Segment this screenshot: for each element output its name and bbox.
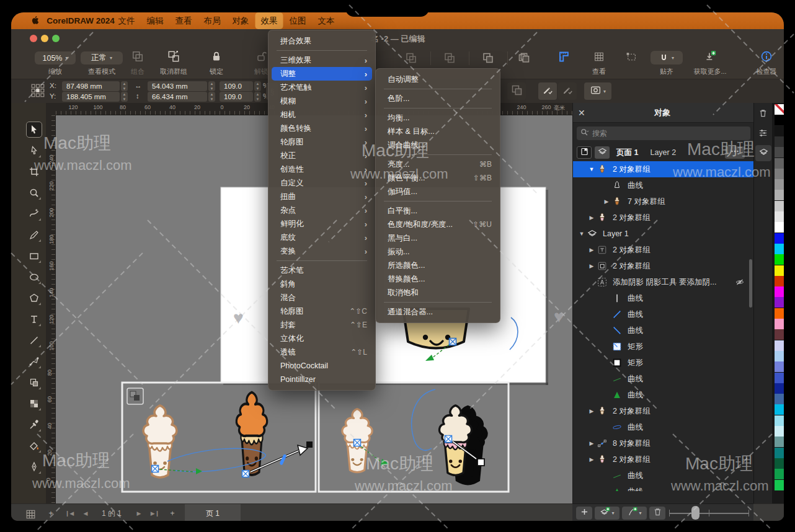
arrange-front-icon[interactable]: [405, 51, 418, 67]
layer-row[interactable]: 曲线: [573, 419, 753, 435]
last-page-button[interactable]: ▶❙: [151, 504, 159, 521]
menu-item[interactable]: 颜色平衡...⇧⌘B: [379, 171, 497, 185]
color-swatch[interactable]: [775, 404, 784, 415]
menu-item[interactable]: 色度/饱和度/亮度...⇧⌘U: [379, 218, 497, 231]
menu-item[interactable]: 艺术笔: [272, 264, 372, 277]
close-docker-icon[interactable]: ✕: [578, 108, 585, 118]
delete-docker-icon[interactable]: [758, 108, 768, 121]
tool-outline[interactable]: [26, 459, 42, 475]
tree-scrollbar[interactable]: [749, 259, 752, 308]
properties-docker-icon[interactable]: [758, 128, 768, 141]
tool-transparency[interactable]: [26, 396, 42, 412]
layer-row[interactable]: 曲线: [573, 306, 753, 322]
layer-row[interactable]: ▶2 对象群组: [573, 258, 753, 274]
color-swatch[interactable]: [775, 469, 784, 479]
no-color-swatch[interactable]: [775, 104, 784, 115]
tool-pick[interactable]: [26, 122, 42, 138]
menu-item[interactable]: PhotoCocktail: [272, 359, 372, 373]
delete-object-button[interactable]: [649, 507, 665, 520]
color-swatch[interactable]: [775, 233, 784, 244]
menu-item[interactable]: 自动调整: [379, 73, 497, 86]
menu-item[interactable]: 颜色转换›: [272, 122, 372, 135]
scale-x-field[interactable]: 109.0: [220, 81, 253, 91]
search-input[interactable]: 搜索: [577, 126, 750, 140]
menu-item[interactable]: 亮度...⌘B: [379, 157, 497, 171]
layer-row[interactable]: ▼2 对象群组: [573, 161, 753, 177]
tool-freehand[interactable]: [26, 206, 42, 222]
menubar-item[interactable]: 效果: [255, 12, 283, 29]
menu-item[interactable]: 底纹›: [272, 231, 372, 244]
new-layer-button[interactable]: ▾: [595, 507, 620, 520]
color-swatch[interactable]: [775, 211, 784, 222]
menubar-item[interactable]: 文件: [113, 12, 141, 29]
layer-row[interactable]: 曲线: [573, 290, 753, 306]
tool-fill[interactable]: [26, 438, 42, 454]
layer-row[interactable]: 曲线: [573, 371, 753, 387]
zoom-level-dropdown[interactable]: 105%▾: [35, 51, 76, 64]
unlock-icon[interactable]: [255, 50, 267, 65]
menu-item[interactable]: 白平衡...: [379, 204, 497, 218]
menu-item[interactable]: 立体化: [272, 332, 372, 345]
tool-line[interactable]: [26, 332, 42, 348]
color-swatch[interactable]: [775, 480, 784, 490]
layer-row[interactable]: 曲线: [573, 468, 753, 484]
expander-icon[interactable]: ▶: [602, 198, 611, 205]
page-tab[interactable]: 页 1: [185, 504, 241, 521]
get-more-icon[interactable]: [704, 50, 716, 65]
image-adjust-dropdown[interactable]: ▾: [584, 82, 611, 100]
view-mode-dropdown[interactable]: 正常▾: [81, 51, 123, 64]
objects-docker-tab[interactable]: [755, 145, 771, 161]
color-swatch[interactable]: [775, 179, 784, 190]
menubar-item[interactable]: 编辑: [141, 12, 169, 29]
prev-page-button[interactable]: ◀: [84, 504, 88, 521]
group-icon[interactable]: [131, 50, 144, 65]
tool-crop[interactable]: [26, 164, 42, 180]
color-swatch[interactable]: [775, 115, 784, 125]
color-swatch[interactable]: [775, 351, 784, 361]
menu-item[interactable]: Pointillizer: [272, 373, 372, 386]
arrange-backward-icon[interactable]: [518, 51, 531, 67]
tool-shape[interactable]: [26, 143, 42, 159]
ungroup-icon[interactable]: [167, 50, 180, 65]
layer-row[interactable]: ▶2 对象群组: [573, 451, 753, 468]
color-swatch[interactable]: [775, 373, 784, 383]
menu-item[interactable]: 创造性›: [272, 162, 372, 176]
menu-item[interactable]: 斜角: [272, 277, 372, 291]
expander-icon[interactable]: ▶: [587, 456, 597, 463]
menu-item[interactable]: 所选颜色...: [379, 259, 497, 272]
expander-icon[interactable]: ▶: [587, 247, 597, 253]
menu-item[interactable]: 通道混合器...: [379, 305, 497, 319]
menu-item[interactable]: 封套⌃⇧E: [272, 318, 372, 332]
color-swatch[interactable]: [775, 286, 784, 297]
color-swatch[interactable]: [775, 361, 784, 372]
layer-row[interactable]: 曲线: [573, 322, 753, 339]
expander-icon[interactable]: ▶: [587, 408, 597, 414]
color-swatch[interactable]: [775, 308, 784, 319]
color-swatch[interactable]: [775, 158, 784, 169]
app-menu-title[interactable]: CorelDRAW 2024: [41, 12, 120, 29]
layer-row[interactable]: ▶2 对象群组: [573, 210, 753, 226]
menu-item[interactable]: 调整›: [272, 67, 372, 81]
color-swatch[interactable]: [775, 383, 784, 394]
menu-item[interactable]: 模糊›: [272, 94, 372, 108]
color-swatch[interactable]: [775, 136, 784, 147]
tool-ellipse[interactable]: [26, 269, 42, 285]
next-page-button[interactable]: ▶: [137, 504, 141, 521]
expander-icon[interactable]: ▼: [587, 166, 597, 172]
menu-item[interactable]: 自定义›: [272, 176, 372, 190]
layer-row[interactable]: ▶7 对象群组: [573, 193, 753, 210]
lock-icon[interactable]: [210, 50, 223, 65]
menu-item[interactable]: 鲜明化›: [272, 217, 372, 231]
menu-item[interactable]: 变换›: [272, 244, 372, 258]
view-grid-icon[interactable]: [593, 51, 605, 65]
minimize-window-button[interactable]: [41, 35, 48, 42]
layer-row[interactable]: ▼Layer 1: [573, 226, 753, 242]
tool-shadow[interactable]: [26, 375, 42, 391]
menubar-item[interactable]: 对象: [227, 12, 255, 29]
new-object-button[interactable]: [576, 507, 592, 520]
menu-item[interactable]: 混合: [272, 291, 372, 304]
object-height-field[interactable]: 66.434 mm: [148, 92, 207, 102]
add-page-button[interactable]: +: [48, 504, 53, 521]
object-width-field[interactable]: 54.043 mm: [148, 81, 207, 91]
color-swatch[interactable]: [775, 244, 784, 254]
